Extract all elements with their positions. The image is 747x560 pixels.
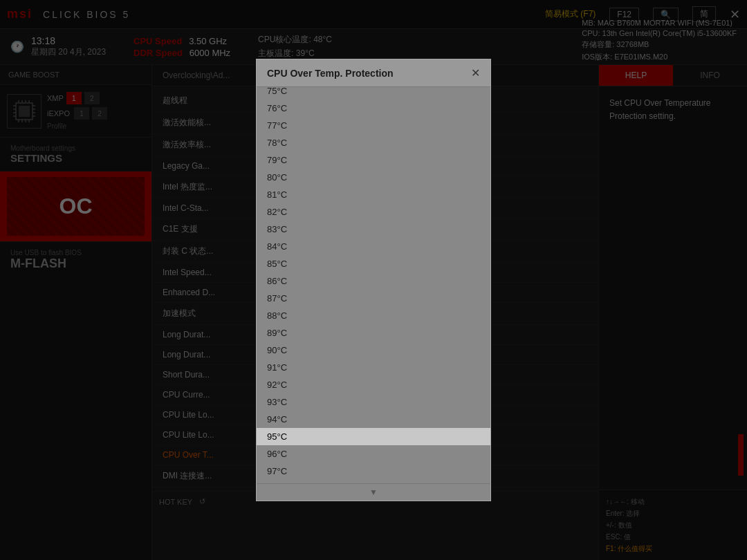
temperature-option[interactable]: 96°C — [257, 445, 490, 463]
temperature-option[interactable]: 93°C — [257, 393, 490, 411]
modal-dialog: CPU Over Temp. Protection ✕ 70°C71°C72°C… — [256, 59, 491, 501]
temperature-option[interactable]: 85°C — [257, 255, 490, 272]
scroll-down-arrow: ▼ — [369, 487, 378, 497]
temperature-option[interactable]: 75°C — [257, 87, 490, 100]
modal-title: CPU Over Temp. Protection — [267, 68, 394, 79]
temperature-option[interactable]: 92°C — [257, 376, 490, 393]
temperature-option[interactable]: 91°C — [257, 359, 490, 376]
temperature-option[interactable]: 81°C — [257, 186, 490, 203]
temperature-option[interactable]: 88°C — [257, 307, 490, 324]
temperature-option[interactable]: 86°C — [257, 272, 490, 290]
modal-header: CPU Over Temp. Protection ✕ — [257, 59, 490, 87]
modal-close-button[interactable]: ✕ — [471, 66, 480, 80]
temperature-option[interactable]: 84°C — [257, 238, 490, 255]
temperature-option[interactable]: 76°C — [257, 100, 490, 117]
temperature-list[interactable]: 70°C71°C72°C73°C74°C75°C76°C77°C78°C79°C… — [257, 87, 490, 483]
temperature-option[interactable]: 97°C — [257, 463, 490, 480]
temperature-option[interactable]: 77°C — [257, 117, 490, 134]
temperature-option[interactable]: 79°C — [257, 151, 490, 169]
modal-overlay[interactable]: CPU Over Temp. Protection ✕ 70°C71°C72°C… — [0, 0, 747, 560]
temperature-option[interactable]: 83°C — [257, 221, 490, 238]
temperature-option[interactable]: 90°C — [257, 342, 490, 359]
temperature-option[interactable]: 95°C — [257, 428, 490, 445]
temperature-option[interactable]: 94°C — [257, 411, 490, 428]
temperature-option[interactable]: 80°C — [257, 169, 490, 186]
temperature-option[interactable]: 82°C — [257, 203, 490, 221]
temperature-option[interactable]: 78°C — [257, 134, 490, 151]
temperature-option[interactable]: 87°C — [257, 290, 490, 307]
modal-footer: ▼ — [257, 483, 490, 501]
temperature-option[interactable]: 89°C — [257, 324, 490, 342]
